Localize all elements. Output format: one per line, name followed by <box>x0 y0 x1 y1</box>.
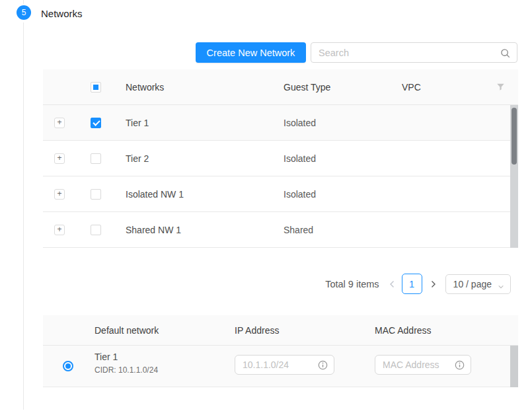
pagination: Total 9 items 1 10 / page <box>245 274 511 294</box>
row-checkbox[interactable] <box>91 225 101 235</box>
guest-type: Isolated <box>284 189 402 200</box>
step-connector-line <box>23 22 24 410</box>
default-network-table-header: Default network IP Address MAC Address <box>43 315 518 346</box>
networks-table: Networks Guest Type VPC + Tier 1 Isolate… <box>43 69 518 248</box>
column-header-ip-address: IP Address <box>235 325 375 336</box>
networks-table-header: Networks Guest Type VPC <box>43 69 518 105</box>
scrollbar-thumb[interactable] <box>512 108 517 165</box>
column-header-guest-type: Guest Type <box>284 82 402 93</box>
create-new-network-button[interactable]: Create New Network <box>196 42 306 63</box>
network-name: Tier 1 <box>114 118 284 128</box>
expand-row-icon[interactable]: + <box>54 189 65 200</box>
networks-step-page: 5 Networks Create New Network Networks G… <box>0 0 532 415</box>
table-row[interactable]: + Tier 2 Isolated <box>43 141 518 176</box>
next-page-icon[interactable] <box>430 280 437 289</box>
search-input[interactable] <box>311 43 517 62</box>
guest-type: Isolated <box>284 153 402 164</box>
step-number-badge: 5 <box>17 5 31 20</box>
info-icon <box>455 360 465 373</box>
default-network-row[interactable]: Tier 1 CIDR: 10.1.1.0/24 <box>43 346 518 387</box>
row-checkbox[interactable] <box>91 189 101 200</box>
column-header-mac-address: MAC Address <box>375 325 518 336</box>
select-all-checkbox[interactable] <box>91 82 101 93</box>
search-icon[interactable] <box>500 48 510 61</box>
default-network-radio[interactable] <box>63 361 73 371</box>
network-name: Tier 1 <box>95 352 158 362</box>
page-size-value: 10 / page <box>453 279 492 289</box>
prev-page-icon[interactable] <box>389 280 395 289</box>
page-size-select[interactable]: 10 / page <box>445 274 511 294</box>
table-row[interactable]: + Tier 1 Isolated <box>43 105 518 141</box>
mac-address-field[interactable] <box>375 355 471 375</box>
step-connector-top <box>23 0 24 4</box>
column-header-default-network: Default network <box>43 325 235 336</box>
search-box[interactable] <box>311 42 517 63</box>
default-network-table: Default network IP Address MAC Address T… <box>43 315 518 387</box>
filter-icon[interactable] <box>496 83 505 93</box>
expand-row-icon[interactable]: + <box>54 153 65 164</box>
row-checkbox[interactable] <box>91 118 101 128</box>
network-name: Isolated NW 1 <box>114 189 284 200</box>
table-scrollbar[interactable] <box>510 346 518 387</box>
table-row[interactable]: + Isolated NW 1 Isolated <box>43 176 518 212</box>
table-row[interactable]: + Shared NW 1 Shared <box>43 212 518 248</box>
network-name: Tier 2 <box>114 153 284 164</box>
expand-row-icon[interactable]: + <box>54 118 65 128</box>
default-network-name-cell: Tier 1 CIDR: 10.1.1.0/24 <box>95 352 158 375</box>
network-name: Shared NW 1 <box>114 225 284 235</box>
guest-type: Shared <box>284 225 402 235</box>
step-title: Networks <box>41 8 83 19</box>
info-icon <box>318 360 328 373</box>
select-all-cell <box>77 82 114 93</box>
guest-type: Isolated <box>284 118 402 128</box>
expand-row-icon[interactable]: + <box>54 225 65 235</box>
page-number-button[interactable]: 1 <box>402 274 422 294</box>
chevron-down-icon <box>498 282 504 292</box>
pagination-total: Total 9 items <box>325 279 379 289</box>
row-checkbox[interactable] <box>91 153 101 164</box>
network-cidr: CIDR: 10.1.1.0/24 <box>95 365 158 375</box>
column-header-networks: Networks <box>114 82 284 93</box>
ip-address-field[interactable] <box>235 355 334 375</box>
table-scrollbar[interactable] <box>510 105 518 248</box>
